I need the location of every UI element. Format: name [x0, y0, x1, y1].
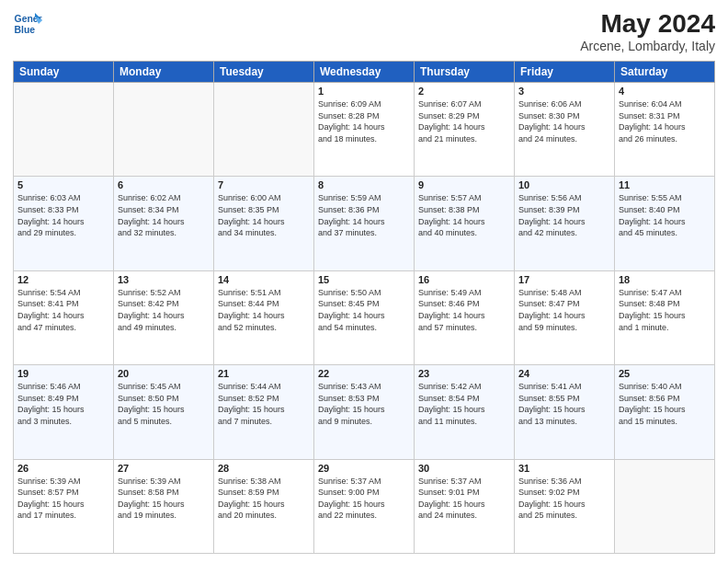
calendar-cell: 30Sunrise: 5:37 AMSunset: 9:01 PMDayligh… [415, 459, 515, 553]
day-info: Sunrise: 5:52 AMSunset: 8:42 PMDaylight:… [118, 287, 210, 333]
day-info: Sunrise: 5:55 AMSunset: 8:40 PMDaylight:… [619, 192, 711, 238]
day-info: Sunrise: 6:09 AMSunset: 8:28 PMDaylight:… [318, 98, 410, 144]
calendar-cell: 15Sunrise: 5:50 AMSunset: 8:45 PMDayligh… [314, 270, 415, 364]
calendar-day-header: Thursday [415, 62, 515, 83]
calendar-cell: 16Sunrise: 5:49 AMSunset: 8:46 PMDayligh… [415, 270, 515, 364]
calendar-cell [14, 83, 114, 177]
location: Arcene, Lombardy, Italy [580, 39, 715, 53]
day-info: Sunrise: 5:45 AMSunset: 8:50 PMDaylight:… [118, 381, 210, 427]
day-info: Sunrise: 5:37 AMSunset: 9:01 PMDaylight:… [418, 476, 510, 522]
day-number: 10 [518, 179, 610, 190]
day-info: Sunrise: 5:47 AMSunset: 8:48 PMDaylight:… [619, 287, 711, 333]
day-number: 13 [118, 274, 210, 285]
day-number: 20 [118, 368, 210, 379]
calendar-cell: 7Sunrise: 6:00 AMSunset: 8:35 PMDaylight… [214, 177, 314, 270]
calendar-cell [615, 459, 715, 553]
page: General Blue May 2024 Arcene, Lombardy, … [0, 0, 728, 563]
day-info: Sunrise: 5:42 AMSunset: 8:54 PMDaylight:… [418, 381, 510, 427]
calendar-cell [114, 83, 214, 177]
day-number: 14 [218, 274, 310, 285]
calendar-cell: 9Sunrise: 5:57 AMSunset: 8:38 PMDaylight… [415, 177, 515, 270]
day-info: Sunrise: 5:51 AMSunset: 8:44 PMDaylight:… [218, 287, 310, 333]
day-number: 11 [619, 179, 711, 190]
calendar-cell: 20Sunrise: 5:45 AMSunset: 8:50 PMDayligh… [114, 365, 214, 459]
day-number: 24 [518, 368, 610, 379]
calendar-cell: 2Sunrise: 6:07 AMSunset: 8:29 PMDaylight… [415, 83, 515, 177]
calendar-cell: 23Sunrise: 5:42 AMSunset: 8:54 PMDayligh… [415, 365, 515, 459]
day-info: Sunrise: 5:54 AMSunset: 8:41 PMDaylight:… [17, 287, 109, 333]
day-info: Sunrise: 6:06 AMSunset: 8:30 PMDaylight:… [518, 98, 610, 144]
day-info: Sunrise: 5:37 AMSunset: 9:00 PMDaylight:… [318, 476, 410, 522]
day-info: Sunrise: 5:44 AMSunset: 8:52 PMDaylight:… [218, 381, 310, 427]
calendar-cell: 29Sunrise: 5:37 AMSunset: 9:00 PMDayligh… [314, 459, 415, 553]
calendar-cell [214, 83, 314, 177]
calendar-cell: 22Sunrise: 5:43 AMSunset: 8:53 PMDayligh… [314, 365, 415, 459]
day-info: Sunrise: 5:56 AMSunset: 8:39 PMDaylight:… [518, 192, 610, 238]
calendar-week-row: 12Sunrise: 5:54 AMSunset: 8:41 PMDayligh… [14, 270, 715, 364]
day-info: Sunrise: 6:07 AMSunset: 8:29 PMDaylight:… [418, 98, 510, 144]
day-number: 12 [17, 274, 109, 285]
calendar-cell: 17Sunrise: 5:48 AMSunset: 8:47 PMDayligh… [515, 270, 615, 364]
day-info: Sunrise: 5:36 AMSunset: 9:02 PMDaylight:… [518, 476, 610, 522]
day-number: 25 [619, 368, 711, 379]
day-info: Sunrise: 5:48 AMSunset: 8:47 PMDaylight:… [518, 287, 610, 333]
day-info: Sunrise: 5:38 AMSunset: 8:59 PMDaylight:… [218, 476, 310, 522]
day-info: Sunrise: 5:59 AMSunset: 8:36 PMDaylight:… [318, 192, 410, 238]
calendar-cell: 18Sunrise: 5:47 AMSunset: 8:48 PMDayligh… [615, 270, 715, 364]
day-number: 17 [518, 274, 610, 285]
day-number: 16 [418, 274, 510, 285]
day-number: 4 [619, 86, 711, 97]
calendar-cell: 13Sunrise: 5:52 AMSunset: 8:42 PMDayligh… [114, 270, 214, 364]
calendar-cell: 4Sunrise: 6:04 AMSunset: 8:31 PMDaylight… [615, 83, 715, 177]
day-info: Sunrise: 6:02 AMSunset: 8:34 PMDaylight:… [118, 192, 210, 238]
calendar-table: SundayMondayTuesdayWednesdayThursdayFrid… [13, 61, 715, 554]
calendar-day-header: Saturday [615, 62, 715, 83]
day-number: 22 [318, 368, 410, 379]
day-info: Sunrise: 5:43 AMSunset: 8:53 PMDaylight:… [318, 381, 410, 427]
day-info: Sunrise: 5:46 AMSunset: 8:49 PMDaylight:… [17, 381, 109, 427]
title-block: May 2024 Arcene, Lombardy, Italy [580, 9, 715, 53]
calendar-cell: 21Sunrise: 5:44 AMSunset: 8:52 PMDayligh… [214, 365, 314, 459]
calendar-cell: 6Sunrise: 6:02 AMSunset: 8:34 PMDaylight… [114, 177, 214, 270]
day-info: Sunrise: 6:00 AMSunset: 8:35 PMDaylight:… [218, 192, 310, 238]
day-number: 28 [218, 463, 310, 474]
day-number: 23 [418, 368, 510, 379]
day-number: 1 [318, 86, 410, 97]
day-info: Sunrise: 5:57 AMSunset: 8:38 PMDaylight:… [418, 192, 510, 238]
calendar-header-row: SundayMondayTuesdayWednesdayThursdayFrid… [14, 62, 715, 83]
calendar-cell: 3Sunrise: 6:06 AMSunset: 8:30 PMDaylight… [515, 83, 615, 177]
day-number: 29 [318, 463, 410, 474]
day-number: 15 [318, 274, 410, 285]
calendar-cell: 19Sunrise: 5:46 AMSunset: 8:49 PMDayligh… [14, 365, 114, 459]
calendar-week-row: 1Sunrise: 6:09 AMSunset: 8:28 PMDaylight… [14, 83, 715, 177]
logo-icon: General Blue [13, 9, 42, 39]
day-number: 9 [418, 179, 510, 190]
calendar-day-header: Sunday [14, 62, 114, 83]
calendar-cell: 1Sunrise: 6:09 AMSunset: 8:28 PMDaylight… [314, 83, 415, 177]
day-number: 8 [318, 179, 410, 190]
day-info: Sunrise: 5:39 AMSunset: 8:57 PMDaylight:… [17, 476, 109, 522]
day-number: 19 [17, 368, 109, 379]
calendar-cell: 12Sunrise: 5:54 AMSunset: 8:41 PMDayligh… [14, 270, 114, 364]
calendar-cell: 5Sunrise: 6:03 AMSunset: 8:33 PMDaylight… [14, 177, 114, 270]
day-number: 7 [218, 179, 310, 190]
day-number: 27 [118, 463, 210, 474]
day-info: Sunrise: 6:03 AMSunset: 8:33 PMDaylight:… [17, 192, 109, 238]
day-info: Sunrise: 5:50 AMSunset: 8:45 PMDaylight:… [318, 287, 410, 333]
calendar-cell: 25Sunrise: 5:40 AMSunset: 8:56 PMDayligh… [615, 365, 715, 459]
day-number: 18 [619, 274, 711, 285]
header: General Blue May 2024 Arcene, Lombardy, … [13, 9, 715, 53]
month-title: May 2024 [580, 9, 715, 39]
svg-text:Blue: Blue [15, 25, 36, 35]
day-number: 21 [218, 368, 310, 379]
calendar-week-row: 5Sunrise: 6:03 AMSunset: 8:33 PMDaylight… [14, 177, 715, 270]
day-number: 2 [418, 86, 510, 97]
calendar-cell: 26Sunrise: 5:39 AMSunset: 8:57 PMDayligh… [14, 459, 114, 553]
calendar-day-header: Monday [114, 62, 214, 83]
calendar-cell: 24Sunrise: 5:41 AMSunset: 8:55 PMDayligh… [515, 365, 615, 459]
calendar-cell: 11Sunrise: 5:55 AMSunset: 8:40 PMDayligh… [615, 177, 715, 270]
calendar-day-header: Wednesday [314, 62, 415, 83]
calendar-cell: 10Sunrise: 5:56 AMSunset: 8:39 PMDayligh… [515, 177, 615, 270]
calendar-cell: 14Sunrise: 5:51 AMSunset: 8:44 PMDayligh… [214, 270, 314, 364]
day-number: 31 [518, 463, 610, 474]
